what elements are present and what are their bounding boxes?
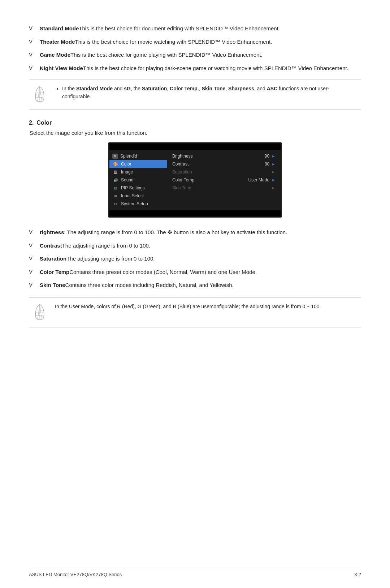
bullet-desc: This is the best choice for document edi… (79, 25, 280, 31)
osd-item-splendid: S Splendid (109, 152, 167, 160)
bullet-content: Color TempContains three preset color mo… (40, 268, 361, 276)
bullet-marker: V (29, 282, 33, 288)
bottom-bullets: V rightness: The adjusting range is from… (29, 228, 361, 289)
osd-item-pip-label: PIP Settings (121, 185, 145, 190)
bullet-game-mode: V Game ModeThis is the best choice for g… (29, 51, 361, 59)
osd-item-pip: ⊟ PIP Settings (109, 184, 167, 192)
bullet-saturation: V SaturationThe adjusting range is from … (29, 255, 361, 263)
bullet-content: Theater ModeThis is the best choice for … (40, 38, 361, 46)
saturation-value: ► (271, 169, 276, 175)
osd-item-system-label: System Setup (121, 201, 148, 206)
osd-item-sound-label: Sound (121, 177, 134, 183)
page-container: V Standard ModeThis is the best choice f… (0, 0, 390, 366)
bullet-label: Night View Mode (40, 65, 83, 71)
input-icon: ⊕ (112, 193, 119, 198)
osd-row-colortemp: Color Temp User Mode ► (172, 176, 276, 184)
bullet-desc: Contains three preset color modes (Cool,… (69, 269, 257, 275)
bullet-desc: : The adjusting range is from 0 to 100. … (64, 229, 287, 235)
bullet-content: Night View ModeThis is the best choice f… (40, 64, 361, 73)
bullet-content: rightness: The adjusting range is from 0… (40, 228, 361, 237)
osd-item-color-label: Color (121, 162, 131, 167)
osd-item-color: 🎨 Color (109, 160, 167, 168)
bullet-standard-mode: V Standard ModeThis is the best choice f… (29, 25, 361, 33)
contrast-arrow: ► (272, 162, 276, 166)
note-icon-2 (32, 303, 50, 322)
bullet-marker: V (29, 269, 33, 275)
contrast-label: Contrast (172, 162, 208, 167)
bullet-marker: V (29, 25, 33, 31)
footer-left: ASUS LED Monitor VE278Q/VK278Q Series (29, 572, 122, 577)
bullet-desc: This is the best choice for movie watchi… (75, 39, 272, 45)
osd-row-contrast: Contrast 80 ► (172, 160, 276, 168)
section-title: Color (36, 120, 52, 126)
brightness-arrow: ► (272, 154, 276, 158)
image-icon: 🖼 (112, 169, 119, 175)
color-icon: 🎨 (112, 162, 119, 167)
page-footer: ASUS LED Monitor VE278Q/VK278Q Series 3-… (29, 568, 361, 577)
bullet-theater-mode: V Theater ModeThis is the best choice fo… (29, 38, 361, 46)
osd-row-saturation: Saturation ► (172, 168, 276, 176)
footer-right: 3-2 (354, 572, 361, 577)
osd-left-panel: S Splendid 🎨 Color 🖼 Image 🔊 Sound ⊟ (109, 150, 167, 210)
bullet-content: Game ModeThis is the best choice for gam… (40, 51, 361, 59)
bullet-brightness: V rightness: The adjusting range is from… (29, 228, 361, 237)
osd-item-sound: 🔊 Sound (109, 176, 167, 184)
sound-icon: 🔊 (112, 177, 119, 183)
osd-content: S Splendid 🎨 Color 🖼 Image 🔊 Sound ⊟ (109, 150, 281, 210)
note-box-2: In the User Mode, colors of R (Red), G (… (29, 297, 361, 327)
bullet-desc: This is the best choice for game playing… (70, 52, 263, 58)
bullet-desc: The adjusting range is from 0 to 100. (66, 256, 155, 262)
bullet-marker: V (29, 255, 33, 261)
bullet-content: ContrastThe adjusting range is from 0 to… (40, 242, 361, 250)
osd-item-image-label: Image (121, 169, 133, 175)
bullet-label: Theater Mode (40, 39, 75, 45)
bullet-label: Color Temp (40, 269, 69, 275)
bullet-desc: Contains three color modes including Red… (65, 282, 234, 288)
osd-top-bar (109, 143, 281, 150)
top-bullets: V Standard ModeThis is the best choice f… (29, 25, 361, 72)
bullet-label: rightness (40, 229, 64, 235)
pip-icon: ⊟ (112, 185, 119, 190)
osd-menu: S Splendid 🎨 Color 🖼 Image 🔊 Sound ⊟ (108, 142, 282, 218)
note-box-1: In the Standard Mode and sG, the Saturat… (29, 80, 361, 110)
note-icon-1 (32, 85, 50, 104)
brightness-label: Brightness (172, 154, 208, 159)
osd-right-panel: Brightness 90 ► Contrast 80 ► Saturation… (167, 150, 281, 210)
bullet-label: Saturation (40, 256, 66, 262)
bullet-skintone: V Skin ToneContains three color modes in… (29, 281, 361, 289)
osd-item-system: ✂ System Setup (109, 200, 167, 208)
note-text-1: In the Standard Mode and sG, the Saturat… (55, 85, 358, 100)
saturation-label: Saturation (172, 169, 208, 175)
contrast-value: 80 ► (265, 162, 276, 167)
colortemp-label: Color Temp (172, 177, 208, 183)
colortemp-value: User Mode ► (248, 177, 276, 183)
section-2-heading: 2.Color (29, 120, 361, 126)
note-text-2: In the User Mode, colors of R (Red), G (… (55, 303, 321, 311)
colortemp-arrow: ► (272, 178, 276, 182)
bullet-marker: V (29, 242, 33, 248)
note2-content: In the User Mode, colors of R (Red), G (… (55, 304, 321, 309)
bullet-label: Game Mode (40, 52, 70, 58)
section-number: 2. (29, 120, 34, 126)
section-description: Select the image color you like from thi… (30, 130, 361, 136)
splendid-icon: S (112, 154, 118, 159)
bullet-marker: V (29, 65, 33, 71)
bullet-content: Skin ToneContains three color modes incl… (40, 281, 361, 289)
bullet-colortemp: V Color TempContains three preset color … (29, 268, 361, 276)
bullet-marker: V (29, 38, 33, 44)
bullet-desc: The adjusting range is from 0 to 100. (62, 243, 150, 249)
osd-item-input-label: Input Select (121, 193, 144, 198)
bullet-nightview-mode: V Night View ModeThis is the best choice… (29, 64, 361, 73)
brightness-value: 90 ► (265, 154, 276, 159)
bullet-contrast: V ContrastThe adjusting range is from 0 … (29, 242, 361, 250)
osd-item-input: ⊕ Input Select (109, 192, 167, 200)
skintone-label: Skin Tone (172, 185, 208, 190)
bullet-label: Contrast (40, 243, 62, 249)
bullet-label: Standard Mode (40, 25, 79, 31)
osd-row-skintone: Skin Tone ► (172, 184, 276, 192)
osd-row-brightness: Brightness 90 ► (172, 152, 276, 160)
skintone-value: ► (271, 185, 276, 190)
bullet-desc: This is the best choice for playing dark… (83, 65, 348, 71)
osd-item-image: 🖼 Image (109, 168, 167, 176)
bullet-marker: V (29, 229, 33, 235)
